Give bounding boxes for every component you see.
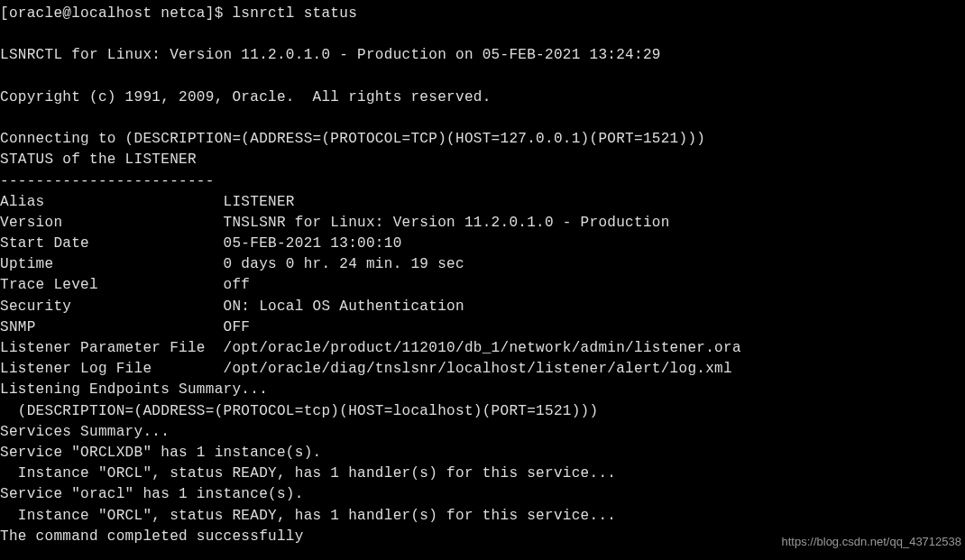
status-field-line: Security ON: Local OS Authentication bbox=[0, 297, 965, 317]
banner-line: LSNRCTL for Linux: Version 11.2.0.1.0 - … bbox=[0, 45, 965, 66]
status-field-line: Listener Parameter File /opt/oracle/prod… bbox=[0, 338, 965, 359]
blank-line bbox=[0, 67, 965, 87]
shell-prompt-line[interactable]: [oracle@localhost netca]$ lsnrctl status bbox=[0, 4, 965, 24]
services-header-line: Services Summary... bbox=[0, 422, 965, 443]
status-field-line: Alias LISTENER bbox=[0, 192, 965, 213]
watermark-url: https://blog.csdn.net/qq_43712538 bbox=[782, 534, 962, 551]
separator-line: ------------------------ bbox=[0, 171, 965, 192]
services-container: Service "ORCLXDB" has 1 instance(s). Ins… bbox=[0, 443, 965, 527]
status-field-line: Uptime 0 days 0 hr. 24 min. 19 sec bbox=[0, 254, 965, 275]
blank-line bbox=[0, 108, 965, 129]
connecting-line: Connecting to (DESCRIPTION=(ADDRESS=(PRO… bbox=[0, 129, 965, 150]
instance-line: Instance "ORCL", status READY, has 1 han… bbox=[0, 506, 965, 527]
status-field-line: Start Date 05-FEB-2021 13:00:10 bbox=[0, 234, 965, 254]
status-field-line: Listener Log File /opt/oracle/diag/tnsls… bbox=[0, 359, 965, 380]
service-line: Service "oracl" has 1 instance(s). bbox=[0, 484, 965, 505]
status-header-line: STATUS of the LISTENER bbox=[0, 150, 965, 170]
fields-container: Alias LISTENERVersion TNSLSNR for Linux:… bbox=[0, 192, 965, 381]
blank-line bbox=[0, 24, 965, 45]
status-field-line: SNMP OFF bbox=[0, 317, 965, 338]
service-line: Service "ORCLXDB" has 1 instance(s). bbox=[0, 443, 965, 464]
endpoints-header-line: Listening Endpoints Summary... bbox=[0, 380, 965, 400]
command-text: lsnrctl status bbox=[232, 5, 357, 22]
status-field-line: Version TNSLSNR for Linux: Version 11.2.… bbox=[0, 213, 965, 234]
copyright-line: Copyright (c) 1991, 2009, Oracle. All ri… bbox=[0, 87, 965, 108]
endpoint-desc-line: (DESCRIPTION=(ADDRESS=(PROTOCOL=tcp)(HOS… bbox=[0, 401, 965, 422]
instance-line: Instance "ORCL", status READY, has 1 han… bbox=[0, 464, 965, 484]
prompt-prefix: [oracle@localhost netca]$ bbox=[0, 5, 232, 22]
status-field-line: Trace Level off bbox=[0, 275, 965, 296]
